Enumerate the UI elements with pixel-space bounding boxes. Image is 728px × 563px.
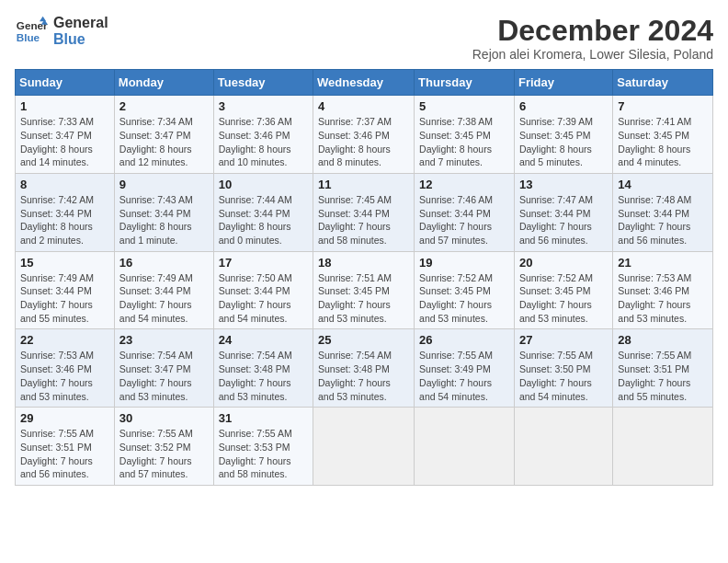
day-info: Sunrise: 7:50 AMSunset: 3:44 PMDaylight:… bbox=[219, 271, 308, 326]
day-info: Sunrise: 7:45 AMSunset: 3:44 PMDaylight:… bbox=[318, 193, 409, 247]
day-number: 9 bbox=[119, 178, 209, 191]
calendar-cell: 4Sunrise: 7:37 AMSunset: 3:46 PMDaylight… bbox=[313, 96, 415, 174]
day-info: Sunrise: 7:44 AMSunset: 3:44 PMDaylight:… bbox=[219, 193, 308, 247]
day-number: 24 bbox=[219, 333, 308, 347]
calendar-cell: 30Sunrise: 7:55 AMSunset: 3:52 PMDayligh… bbox=[114, 408, 213, 486]
day-info: Sunrise: 7:47 AMSunset: 3:44 PMDaylight:… bbox=[519, 193, 608, 247]
logo-line2: Blue bbox=[53, 31, 108, 48]
day-number: 12 bbox=[419, 178, 509, 191]
calendar-cell: 9Sunrise: 7:43 AMSunset: 3:44 PMDaylight… bbox=[114, 173, 213, 251]
day-info: Sunrise: 7:55 AMSunset: 3:51 PMDaylight:… bbox=[20, 427, 109, 481]
day-info: Sunrise: 7:46 AMSunset: 3:44 PMDaylight:… bbox=[419, 193, 509, 247]
logo-icon: General Blue bbox=[15, 15, 48, 48]
weekday-header: Thursday bbox=[415, 70, 515, 96]
calendar-week-row: 1Sunrise: 7:33 AMSunset: 3:47 PMDaylight… bbox=[16, 96, 713, 174]
day-number: 23 bbox=[119, 333, 209, 347]
calendar-cell: 27Sunrise: 7:55 AMSunset: 3:50 PMDayligh… bbox=[514, 329, 612, 408]
weekday-header: Sunday bbox=[16, 70, 115, 96]
day-info: Sunrise: 7:33 AMSunset: 3:47 PMDaylight:… bbox=[20, 115, 109, 169]
day-info: Sunrise: 7:49 AMSunset: 3:44 PMDaylight:… bbox=[20, 271, 109, 326]
day-info: Sunrise: 7:36 AMSunset: 3:46 PMDaylight:… bbox=[219, 115, 308, 169]
weekday-header: Friday bbox=[514, 70, 612, 96]
calendar-cell: 24Sunrise: 7:54 AMSunset: 3:48 PMDayligh… bbox=[213, 329, 313, 408]
day-info: Sunrise: 7:43 AMSunset: 3:44 PMDaylight:… bbox=[119, 193, 209, 247]
calendar-cell: 13Sunrise: 7:47 AMSunset: 3:44 PMDayligh… bbox=[514, 173, 612, 251]
calendar-cell: 19Sunrise: 7:52 AMSunset: 3:45 PMDayligh… bbox=[415, 251, 515, 329]
day-info: Sunrise: 7:55 AMSunset: 3:52 PMDaylight:… bbox=[119, 427, 209, 481]
day-number: 8 bbox=[20, 178, 109, 191]
day-info: Sunrise: 7:51 AMSunset: 3:45 PMDaylight:… bbox=[318, 271, 409, 326]
calendar-cell: 18Sunrise: 7:51 AMSunset: 3:45 PMDayligh… bbox=[313, 251, 415, 329]
day-info: Sunrise: 7:37 AMSunset: 3:46 PMDaylight:… bbox=[318, 115, 409, 169]
calendar-cell: 28Sunrise: 7:55 AMSunset: 3:51 PMDayligh… bbox=[613, 329, 713, 408]
day-number: 11 bbox=[318, 178, 409, 191]
day-number: 15 bbox=[20, 256, 109, 270]
calendar-cell: 21Sunrise: 7:53 AMSunset: 3:46 PMDayligh… bbox=[613, 251, 713, 329]
weekday-header: Tuesday bbox=[213, 70, 313, 96]
day-info: Sunrise: 7:48 AMSunset: 3:44 PMDaylight:… bbox=[618, 193, 708, 247]
calendar-cell: 3Sunrise: 7:36 AMSunset: 3:46 PMDaylight… bbox=[213, 96, 313, 174]
calendar-cell: 11Sunrise: 7:45 AMSunset: 3:44 PMDayligh… bbox=[313, 173, 415, 251]
day-number: 22 bbox=[20, 333, 109, 347]
day-number: 6 bbox=[519, 99, 608, 113]
day-number: 5 bbox=[419, 99, 509, 113]
day-number: 31 bbox=[219, 411, 308, 425]
calendar-cell: 22Sunrise: 7:53 AMSunset: 3:46 PMDayligh… bbox=[16, 329, 115, 408]
day-number: 27 bbox=[519, 333, 608, 347]
calendar-cell bbox=[613, 408, 713, 486]
calendar-cell: 14Sunrise: 7:48 AMSunset: 3:44 PMDayligh… bbox=[613, 173, 713, 251]
calendar-cell: 16Sunrise: 7:49 AMSunset: 3:44 PMDayligh… bbox=[114, 251, 213, 329]
day-number: 2 bbox=[119, 99, 209, 113]
day-info: Sunrise: 7:38 AMSunset: 3:45 PMDaylight:… bbox=[419, 115, 509, 169]
day-info: Sunrise: 7:54 AMSunset: 3:48 PMDaylight:… bbox=[318, 349, 409, 403]
calendar-cell: 1Sunrise: 7:33 AMSunset: 3:47 PMDaylight… bbox=[16, 96, 115, 174]
calendar-cell bbox=[415, 408, 515, 486]
day-info: Sunrise: 7:55 AMSunset: 3:51 PMDaylight:… bbox=[618, 349, 708, 403]
calendar-cell: 6Sunrise: 7:39 AMSunset: 3:45 PMDaylight… bbox=[514, 96, 612, 174]
day-number: 18 bbox=[318, 256, 409, 270]
day-number: 20 bbox=[519, 256, 608, 270]
calendar-cell: 17Sunrise: 7:50 AMSunset: 3:44 PMDayligh… bbox=[213, 251, 313, 329]
calendar-cell: 31Sunrise: 7:55 AMSunset: 3:53 PMDayligh… bbox=[213, 408, 313, 486]
calendar-week-row: 15Sunrise: 7:49 AMSunset: 3:44 PMDayligh… bbox=[16, 251, 713, 329]
day-number: 16 bbox=[119, 256, 209, 270]
calendar-cell: 20Sunrise: 7:52 AMSunset: 3:45 PMDayligh… bbox=[514, 251, 612, 329]
weekday-header: Saturday bbox=[613, 70, 713, 96]
calendar-cell: 23Sunrise: 7:54 AMSunset: 3:47 PMDayligh… bbox=[114, 329, 213, 408]
day-number: 14 bbox=[618, 178, 708, 191]
day-info: Sunrise: 7:34 AMSunset: 3:47 PMDaylight:… bbox=[119, 115, 209, 169]
logo: General Blue General Blue bbox=[15, 15, 108, 48]
day-number: 26 bbox=[419, 333, 509, 347]
calendar-cell: 7Sunrise: 7:41 AMSunset: 3:45 PMDaylight… bbox=[613, 96, 713, 174]
day-number: 29 bbox=[20, 411, 109, 425]
weekday-header-row: SundayMondayTuesdayWednesdayThursdayFrid… bbox=[16, 70, 713, 96]
calendar-cell: 5Sunrise: 7:38 AMSunset: 3:45 PMDaylight… bbox=[415, 96, 515, 174]
day-info: Sunrise: 7:41 AMSunset: 3:45 PMDaylight:… bbox=[618, 115, 708, 169]
calendar-cell: 8Sunrise: 7:42 AMSunset: 3:44 PMDaylight… bbox=[16, 173, 115, 251]
day-number: 13 bbox=[519, 178, 608, 191]
weekday-header: Monday bbox=[114, 70, 213, 96]
page-title: December 2024 bbox=[472, 15, 713, 47]
weekday-header: Wednesday bbox=[313, 70, 415, 96]
calendar-cell bbox=[514, 408, 612, 486]
calendar-cell: 29Sunrise: 7:55 AMSunset: 3:51 PMDayligh… bbox=[16, 408, 115, 486]
day-info: Sunrise: 7:54 AMSunset: 3:47 PMDaylight:… bbox=[119, 349, 209, 403]
day-info: Sunrise: 7:52 AMSunset: 3:45 PMDaylight:… bbox=[419, 271, 509, 326]
calendar-cell: 10Sunrise: 7:44 AMSunset: 3:44 PMDayligh… bbox=[213, 173, 313, 251]
day-number: 1 bbox=[20, 99, 109, 113]
day-number: 30 bbox=[119, 411, 209, 425]
day-number: 4 bbox=[318, 99, 409, 113]
day-number: 21 bbox=[618, 256, 708, 270]
calendar-week-row: 29Sunrise: 7:55 AMSunset: 3:51 PMDayligh… bbox=[16, 408, 713, 486]
day-info: Sunrise: 7:54 AMSunset: 3:48 PMDaylight:… bbox=[219, 349, 308, 403]
day-info: Sunrise: 7:53 AMSunset: 3:46 PMDaylight:… bbox=[20, 349, 109, 403]
calendar-cell: 2Sunrise: 7:34 AMSunset: 3:47 PMDaylight… bbox=[114, 96, 213, 174]
day-info: Sunrise: 7:49 AMSunset: 3:44 PMDaylight:… bbox=[119, 271, 209, 326]
day-info: Sunrise: 7:55 AMSunset: 3:50 PMDaylight:… bbox=[519, 349, 608, 403]
calendar-week-row: 22Sunrise: 7:53 AMSunset: 3:46 PMDayligh… bbox=[16, 329, 713, 408]
day-info: Sunrise: 7:42 AMSunset: 3:44 PMDaylight:… bbox=[20, 193, 109, 247]
day-number: 28 bbox=[618, 333, 708, 347]
day-info: Sunrise: 7:39 AMSunset: 3:45 PMDaylight:… bbox=[519, 115, 608, 169]
day-info: Sunrise: 7:55 AMSunset: 3:53 PMDaylight:… bbox=[219, 427, 308, 481]
day-info: Sunrise: 7:52 AMSunset: 3:45 PMDaylight:… bbox=[519, 271, 608, 326]
